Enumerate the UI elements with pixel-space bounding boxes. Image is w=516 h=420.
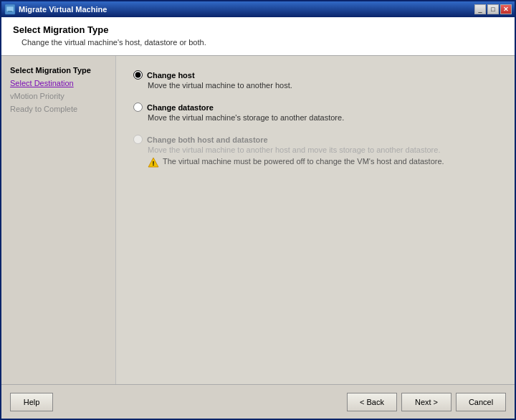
sidebar: Select Migration Type Select Destination…	[1, 56, 116, 384]
sidebar-item-select-destination[interactable]: Select Destination	[7, 77, 110, 89]
cancel-button[interactable]: Cancel	[456, 393, 506, 411]
change-host-desc: Move the virtual machine to another host…	[133, 81, 497, 90]
change-both-label: Change both host and datastore	[147, 135, 268, 144]
next-button[interactable]: Next >	[401, 393, 452, 411]
change-host-option: Change host Move the virtual machine to …	[133, 70, 497, 90]
header-title: Select Migration Type	[13, 24, 503, 35]
dialog-body: Select Migration Type Select Destination…	[1, 56, 515, 384]
back-button[interactable]: < Back	[347, 393, 397, 411]
title-bar: Migrate Virtual Machine _ □ ✕	[1, 1, 515, 17]
change-both-option: Change both host and datastore Move the …	[133, 135, 497, 168]
help-button[interactable]: Help	[10, 393, 53, 411]
sidebar-item-select-migration-type: Select Migration Type	[7, 65, 110, 76]
dialog-header: Select Migration Type Change the virtual…	[1, 17, 515, 56]
window-icon	[4, 4, 16, 15]
maximize-button[interactable]: □	[487, 4, 499, 14]
change-datastore-radio[interactable]	[133, 102, 143, 112]
warning-row: ! The virtual machine must be powered of…	[133, 157, 497, 168]
svg-text:!: !	[153, 160, 155, 167]
warning-message: The virtual machine must be powered off …	[163, 157, 444, 166]
svg-rect-2	[8, 11, 12, 12]
header-description: Change the virtual machine's host, datas…	[13, 38, 503, 47]
footer-right: < Back Next > Cancel	[347, 393, 506, 411]
sidebar-item-ready-to-complete: Ready to Complete	[7, 103, 110, 115]
change-both-radio	[133, 135, 143, 144]
change-host-label: Change host	[147, 71, 195, 80]
window-controls: _ □ ✕	[474, 4, 512, 14]
change-datastore-desc: Move the virtual machine's storage to an…	[133, 113, 497, 122]
change-host-radio[interactable]	[133, 70, 143, 80]
sidebar-item-vmotion-priority: vMotion Priority	[7, 90, 110, 102]
change-datastore-label: Change datastore	[147, 103, 214, 112]
svg-rect-1	[6, 6, 14, 11]
warning-icon: !	[148, 157, 159, 168]
close-button[interactable]: ✕	[500, 4, 512, 14]
window-title: Migrate Virtual Machine	[19, 5, 474, 14]
footer-left: Help	[10, 393, 347, 411]
change-datastore-option: Change datastore Move the virtual machin…	[133, 102, 497, 122]
migrate-vm-dialog: Migrate Virtual Machine _ □ ✕ Select Mig…	[0, 0, 516, 420]
content-panel: Change host Move the virtual machine to …	[116, 56, 515, 384]
change-both-desc: Move the virtual machine to another host…	[133, 145, 497, 154]
minimize-button[interactable]: _	[474, 4, 486, 14]
dialog-footer: Help < Back Next > Cancel	[1, 384, 515, 419]
